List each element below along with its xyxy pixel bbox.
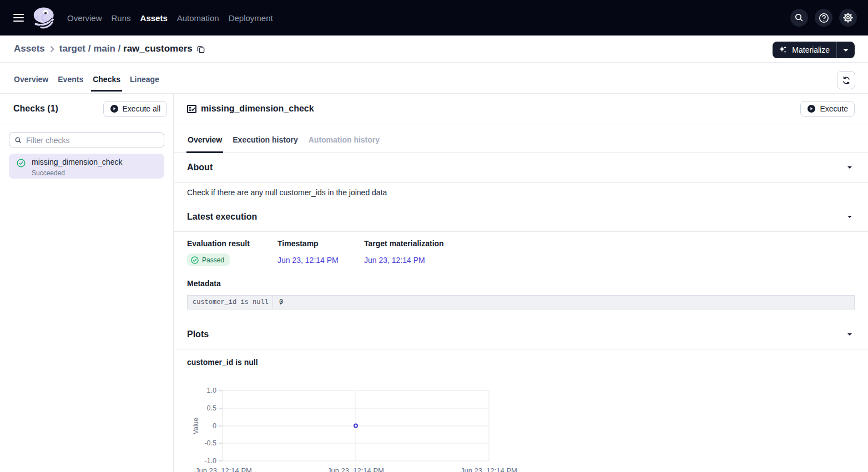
svg-text:-1.0: -1.0	[204, 457, 216, 465]
svg-text:-0.5: -0.5	[204, 439, 216, 447]
svg-text:0.5: 0.5	[207, 404, 216, 412]
svg-text:1.0: 1.0	[207, 387, 216, 394]
svg-text:Jun 23, 12:14 PM: Jun 23, 12:14 PM	[327, 466, 384, 472]
svg-text:0: 0	[213, 422, 216, 430]
svg-text:Jun 23, 12:14 PM: Jun 23, 12:14 PM	[195, 466, 252, 472]
svg-text:Jun 23, 12:14 PM: Jun 23, 12:14 PM	[461, 466, 517, 472]
svg-text:Value: Value	[192, 418, 200, 434]
